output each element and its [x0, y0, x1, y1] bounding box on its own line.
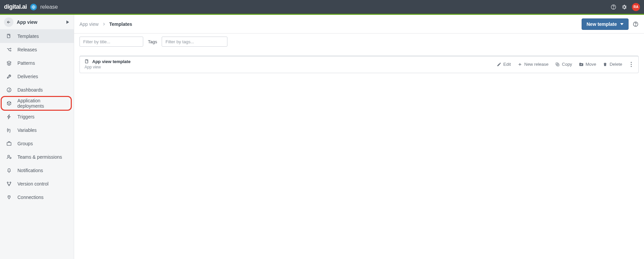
svg-point-18 [631, 64, 632, 65]
edit-action[interactable]: Edit [497, 62, 511, 67]
new-release-action[interactable]: New release [518, 62, 548, 67]
svg-point-7 [8, 155, 9, 157]
sidebar-item-releases[interactable]: Releases [0, 43, 74, 56]
sidebar-item-notifications[interactable]: Notifications [0, 164, 74, 177]
sidebar-item-label: Version control [17, 181, 49, 187]
svg-point-17 [631, 62, 632, 63]
template-icon [6, 34, 12, 39]
sidebar-item-label: Teams & permissions [17, 154, 62, 160]
trash-icon [603, 62, 607, 67]
svg-point-19 [631, 66, 632, 67]
template-row[interactable]: App view template App view Edit New rele… [79, 56, 639, 73]
briefcase-icon [6, 141, 12, 146]
breadcrumb-parent[interactable]: App view [79, 21, 99, 27]
filter-title-input[interactable] [79, 37, 143, 47]
svg-point-8 [10, 157, 11, 159]
sidebar-title: App view [17, 19, 37, 25]
sidebar: App view Templates Releases Patterns Del… [0, 15, 74, 259]
delete-action[interactable]: Delete [603, 62, 622, 67]
svg-point-2 [613, 8, 613, 8]
sidebar-header: App view [0, 15, 74, 30]
sidebar-nav: Templates Releases Patterns Deliveries D… [0, 30, 74, 204]
sidebar-item-triggers[interactable]: Triggers [0, 110, 74, 123]
branch-icon [6, 181, 12, 187]
edit-label: Edit [503, 62, 511, 67]
pagehead-actions: New template [582, 18, 639, 30]
sidebar-item-label: Groups [17, 141, 33, 146]
sidebar-item-label: Dashboards [17, 87, 43, 93]
sidebar-item-dashboards[interactable]: Dashboards [0, 83, 74, 97]
breadcrumb-current: Templates [109, 21, 132, 27]
brand-name: digital.ai [4, 3, 27, 10]
bell-icon [6, 168, 12, 173]
user-gear-icon [6, 154, 12, 160]
sidebar-item-label: Patterns [17, 60, 35, 66]
sidebar-item-connections[interactable]: Connections [0, 191, 74, 204]
svg-point-13 [635, 25, 636, 25]
plug-icon [6, 195, 12, 200]
sidebar-item-version-control[interactable]: Version control [0, 177, 74, 191]
sidebar-item-groups[interactable]: Groups [0, 137, 74, 150]
page-help-icon[interactable] [633, 21, 639, 27]
svg-point-9 [7, 182, 8, 183]
tags-label: Tags [148, 39, 157, 44]
template-title-row: App view template [85, 59, 130, 64]
brand-block: digital.ai release [4, 3, 58, 10]
new-template-label: New template [587, 21, 617, 27]
copy-label: Copy [562, 62, 572, 67]
plus-icon [518, 62, 522, 67]
copy-icon [555, 62, 560, 67]
filter-tags-input[interactable] [162, 37, 227, 47]
topbar-actions: RA [610, 3, 640, 11]
sidebar-item-patterns[interactable]: Patterns [0, 56, 74, 70]
sidebar-item-label: Deliveries [17, 74, 38, 79]
folder-move-icon [579, 62, 584, 67]
svg-point-10 [10, 182, 11, 183]
rocket-icon [6, 74, 12, 79]
copy-action[interactable]: Copy [555, 62, 572, 67]
sidebar-item-label: Variables [17, 127, 37, 133]
move-action[interactable]: Move [579, 62, 596, 67]
brand-product: release [40, 4, 58, 10]
sidebar-item-templates[interactable]: Templates [0, 30, 74, 43]
move-label: Move [586, 62, 596, 67]
more-actions-icon[interactable] [629, 62, 634, 67]
template-folder: App view [85, 65, 130, 69]
sidebar-item-label: Templates [17, 34, 39, 39]
sidebar-item-teams-permissions[interactable]: Teams & permissions [0, 150, 74, 164]
sidebar-item-application-deployments[interactable]: Application deployments [0, 97, 74, 110]
sidebar-item-label: Connections [17, 195, 44, 200]
template-actions: Edit New release Copy Move [497, 62, 634, 67]
template-list: App view template App view Edit New rele… [74, 50, 644, 73]
caret-down-icon [620, 23, 624, 25]
svg-rect-6 [7, 143, 11, 146]
new-template-button[interactable]: New template [582, 18, 629, 30]
back-button[interactable] [4, 17, 13, 27]
template-title: App view template [92, 59, 130, 64]
cube-icon [6, 101, 12, 106]
sidebar-item-label: Notifications [17, 168, 43, 173]
new-release-label: New release [524, 62, 548, 67]
sidebar-item-label: Application deployments [17, 98, 68, 109]
sidebar-item-label: Releases [17, 47, 37, 52]
variable-icon [6, 127, 12, 133]
sidebar-item-label: Triggers [17, 114, 35, 119]
template-info: App view template App view [85, 59, 130, 69]
user-avatar[interactable]: RA [632, 3, 640, 11]
help-icon[interactable] [610, 4, 616, 10]
sidebar-item-deliveries[interactable]: Deliveries [0, 70, 74, 83]
layers-icon [6, 60, 12, 66]
bolt-icon [6, 114, 12, 119]
chevron-right-icon [103, 22, 105, 26]
pencil-icon [497, 62, 501, 67]
gear-icon[interactable] [621, 4, 627, 10]
expand-icon[interactable] [66, 20, 69, 24]
page-header: App view Templates New template [74, 15, 644, 34]
gauge-icon [6, 87, 12, 93]
shuffle-icon [6, 47, 12, 52]
top-bar: digital.ai release RA [0, 0, 644, 14]
brand-icon [30, 4, 37, 10]
filter-bar: Tags [74, 34, 644, 50]
sidebar-item-variables[interactable]: Variables [0, 123, 74, 137]
svg-point-4 [9, 75, 10, 76]
